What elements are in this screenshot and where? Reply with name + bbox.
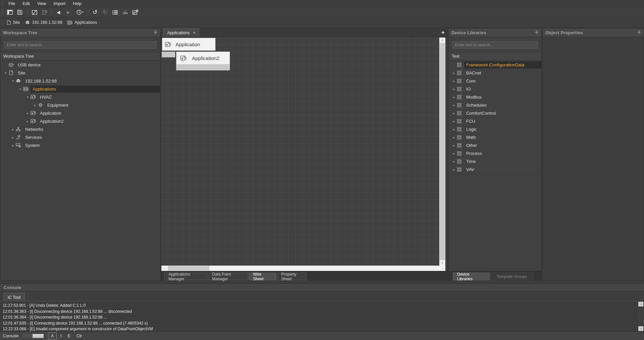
application2-block-body[interactable] [176,64,230,70]
console-log[interactable]: 11:27:53.901 - [A] Undo Delete: Added C:… [0,302,637,331]
expander-icon[interactable] [10,127,15,131]
router-button[interactable] [121,8,130,16]
workspace-search-input[interactable] [4,41,156,49]
scroll-right-icon[interactable]: › [440,266,445,271]
back-button[interactable]: ◀ [54,8,63,16]
new-window-button[interactable] [5,8,14,16]
expander-icon[interactable] [451,152,456,155]
tree-item-application[interactable]: Application [0,109,160,117]
wire-sheet-canvas[interactable]: Application Application2 [161,38,439,266]
lib-item-core[interactable]: Core [449,77,541,85]
tree-item-system[interactable]: System [0,141,160,149]
filter-all-button[interactable]: A [48,333,57,339]
close-tab-icon[interactable]: ✕ [193,31,195,35]
tree-item-device[interactable]: 192.168.1.52:88 [0,77,160,85]
event-list-button[interactable] [111,8,119,16]
expander-icon[interactable] [451,144,456,147]
ip-config-button[interactable]: IP [131,8,140,16]
tab-device-libraries[interactable]: Device Libraries [453,273,490,280]
menu-edit[interactable]: Edit [19,1,34,7]
expander-icon[interactable] [451,127,456,131]
scroll-up-icon[interactable]: ˄ [638,302,643,306]
lib-item-bacnet[interactable]: BACnet [449,69,541,77]
tree-item-networks[interactable]: Networks [0,125,160,133]
expander-icon[interactable] [451,87,456,91]
lib-item-schedules[interactable]: Schedules [449,101,541,109]
slider-thumb[interactable] [33,334,44,338]
clear-console-button[interactable]: Clr [74,333,84,339]
console-scrollbar[interactable]: ˄ ˅ [638,302,644,331]
tree-item-applications[interactable]: Applications [0,85,160,93]
toolbar-grip-2[interactable] [26,10,28,15]
lib-item-modbus[interactable]: Modbus [449,93,541,101]
expander-icon[interactable] [451,160,456,163]
application2-block[interactable]: Application2 [176,52,230,64]
tree-item-site[interactable]: Site [0,69,160,77]
expander-icon[interactable] [451,111,456,115]
filter-error-button[interactable]: E [65,333,73,339]
forward-button[interactable]: ▶ [64,8,73,16]
breadcrumb-site[interactable]: Site [7,20,20,25]
vscroll-thumb[interactable] [440,43,445,260]
scroll-left-icon[interactable]: ‹ [161,266,167,271]
scroll-down-icon[interactable]: ˅ [439,260,445,266]
scroll-up-icon[interactable]: ˄ [439,38,445,43]
tab-data-point-manager[interactable]: Data Point Manager [208,273,248,280]
lib-item-process[interactable]: Process [449,149,541,157]
breadcrumb-device[interactable]: 192.168.1.52:88 [25,20,62,25]
expander-icon[interactable] [18,87,23,91]
menubar-grip[interactable] [1,1,3,6]
expander-icon[interactable] [451,103,456,107]
save-button[interactable] [15,8,24,16]
lib-item-time[interactable]: Time [449,157,541,165]
toolbar-grip[interactable] [1,10,3,15]
canvas-vertical-scrollbar[interactable]: ˄ ˅ [439,38,445,266]
pin-icon[interactable] [637,31,641,35]
menu-view[interactable]: View [34,1,50,7]
lib-item-other[interactable]: Other [449,141,541,149]
tab-property-sheet[interactable]: Property Sheet [277,273,306,280]
pin-icon[interactable] [535,31,539,35]
tab-ic-tool[interactable]: iC Tool [3,293,25,301]
console-slider[interactable] [21,333,44,339]
device-config-button[interactable] [40,8,49,16]
lib-item-comfortcontrol[interactable]: ComfortControl [449,109,541,117]
tab-applications[interactable]: Applications ✕ [163,28,199,37]
expander-icon[interactable] [451,71,456,75]
tree-item-application2[interactable]: Application2 [0,117,160,125]
tab-template-groups[interactable]: Template Groups [490,273,533,280]
history-button[interactable]: ▾ [74,8,86,16]
scroll-down-icon[interactable]: ˅ [638,326,643,331]
breadcrumb-applications[interactable]: Applications [67,20,97,25]
expander-icon[interactable] [25,95,30,99]
expander-icon[interactable] [25,111,30,115]
device-libraries-search-input[interactable] [452,41,538,49]
expander-icon[interactable] [10,79,15,83]
lib-item-io[interactable]: IO [449,85,541,93]
tree-item-usb-device[interactable]: USB device [0,61,160,69]
expander-icon[interactable] [10,144,15,147]
menu-import[interactable]: Import [50,1,69,7]
tree-item-hvac[interactable]: HVAC [0,93,160,101]
breadcrumb-grip[interactable] [1,20,3,25]
tree-item-equipment[interactable]: ⚙ Equipment [0,101,160,109]
redo-button[interactable]: ↻ [101,8,109,16]
tab-applications-manager[interactable]: Applications Manager [164,273,207,280]
hscroll-thumb[interactable] [168,266,209,271]
menu-help[interactable]: Help [69,1,85,7]
lib-item-math[interactable]: Math [449,133,541,141]
lib-item-logic[interactable]: Logic [449,125,541,133]
tree-item-services[interactable]: Services [0,133,160,141]
expander-icon[interactable] [33,103,38,107]
undo-button[interactable]: ↺ [91,8,99,16]
expander-icon[interactable] [451,79,456,83]
application-block-body-stub[interactable] [162,52,175,57]
pin-icon[interactable] [154,31,157,35]
expander-icon[interactable] [451,119,456,123]
expander-icon[interactable] [451,135,456,139]
add-tab-button[interactable]: + [441,29,445,36]
expander-icon[interactable] [451,168,456,171]
lib-item-fcu[interactable]: FCU [449,117,541,125]
lib-item-framework-configurationdata[interactable]: Framework.ConfigurationData [449,61,541,69]
lib-item-vav[interactable]: VAV [449,165,541,173]
